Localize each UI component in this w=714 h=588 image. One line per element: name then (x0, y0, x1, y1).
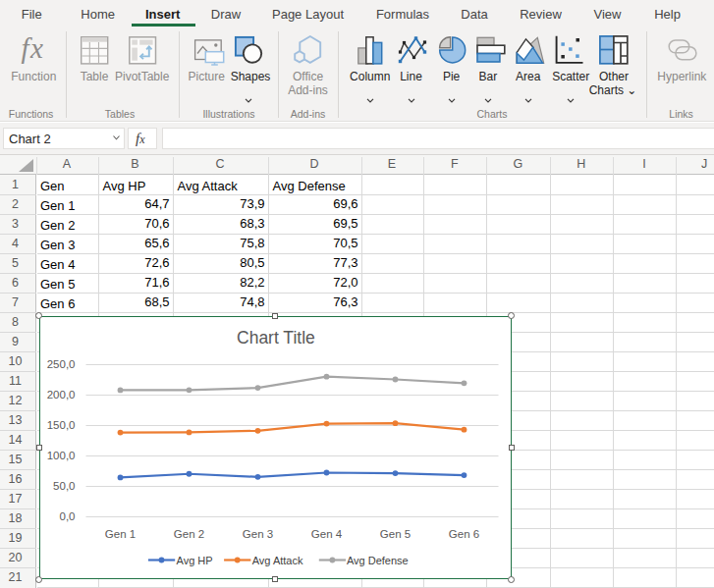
svg-text:100,0: 100,0 (46, 450, 75, 461)
svg-text:Gen 4: Gen 4 (310, 528, 342, 540)
svg-text:Chart Title: Chart Title (237, 328, 315, 347)
svg-text:Gen 2: Gen 2 (173, 528, 203, 540)
svg-text:Avg Defense: Avg Defense (346, 554, 408, 565)
svg-text:Gen 3: Gen 3 (242, 528, 272, 540)
svg-text:Gen 1: Gen 1 (104, 528, 135, 540)
svg-text:Gen 5: Gen 5 (379, 528, 410, 540)
svg-text:200,0: 200,0 (46, 389, 75, 401)
svg-text:Avg Attack: Avg Attack (251, 554, 302, 565)
svg-text:0,0: 0,0 (59, 510, 75, 522)
svg-text:50,0: 50,0 (53, 480, 75, 492)
svg-text:Gen 6: Gen 6 (448, 528, 478, 540)
svg-text:250,0: 250,0 (46, 358, 75, 370)
svg-text:150,0: 150,0 (46, 419, 75, 431)
svg-text:Avg HP: Avg HP (176, 554, 212, 565)
